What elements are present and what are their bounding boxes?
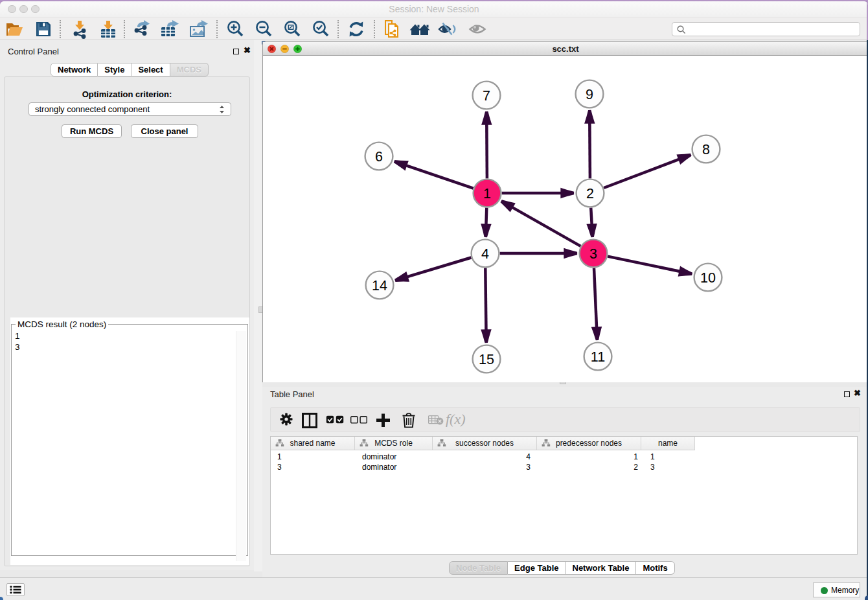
svg-text:15: 15: [479, 352, 494, 367]
svg-text:4: 4: [481, 246, 489, 262]
svg-text:14: 14: [372, 278, 387, 294]
svg-text:2: 2: [586, 186, 594, 202]
svg-text:1: 1: [483, 186, 491, 202]
svg-text:11: 11: [591, 349, 605, 365]
svg-text:10: 10: [700, 270, 716, 286]
svg-text:7: 7: [483, 88, 490, 104]
svg-text:9: 9: [586, 87, 593, 102]
svg-text:8: 8: [702, 142, 710, 157]
svg-text:6: 6: [375, 149, 383, 165]
svg-text:3: 3: [589, 246, 597, 262]
